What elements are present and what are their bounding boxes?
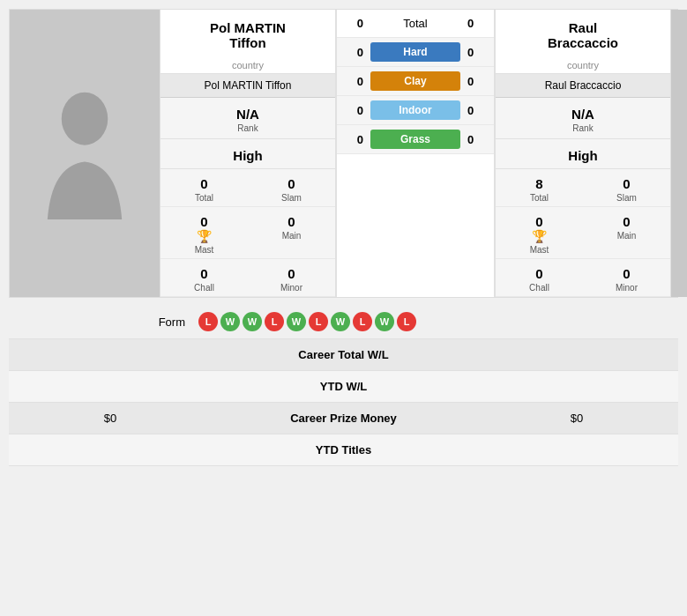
ytd-titles-label: YTD Titles	[22, 443, 665, 456]
clay-score-right: 0	[460, 75, 487, 88]
player1-minor: 0 Minor	[248, 259, 335, 296]
player1-chall-minor-row: 0 Chall 0 Minor	[161, 259, 335, 297]
ytd-label: YTD W/L	[22, 380, 665, 393]
prize-left: $0	[22, 412, 198, 425]
player1-slam-label: Slam	[251, 193, 332, 203]
player1-main-label: Main	[251, 231, 332, 241]
player2-name-below: Raul Braccaccio	[496, 74, 670, 98]
player1-rank-label: Rank	[164, 123, 332, 133]
svg-point-0	[62, 93, 108, 145]
player2-photo	[671, 10, 687, 297]
indoor-row: 0 Indoor 0	[337, 96, 494, 125]
player2-trophy-icon: 🏆	[532, 229, 547, 243]
player2-stats-panel: Raul Braccaccio country Raul Braccaccio …	[495, 10, 671, 297]
player2-chall-minor-row: 0 Chall 0 Minor	[496, 259, 670, 297]
player2-main: 0 Main	[583, 207, 670, 258]
player2-slam-value: 0	[586, 176, 667, 191]
player1-chall: 0 Chall	[161, 259, 248, 296]
player1-name-line2: Tiffon	[229, 35, 265, 50]
form-badge-loss: L	[353, 312, 372, 331]
form-badge-win: W	[243, 312, 262, 331]
player1-minor-value: 0	[251, 266, 332, 281]
form-label: Form	[22, 315, 198, 329]
player1-chall-label: Chall	[164, 283, 244, 293]
player1-high: High	[161, 139, 335, 169]
player2-slam: 0 Slam	[583, 169, 670, 206]
form-badges: LWWLWLWLWL	[198, 312, 416, 331]
grass-score-right: 0	[460, 133, 487, 146]
total-label: Total	[370, 17, 460, 30]
player1-mast-value: 0	[164, 214, 244, 229]
form-badge-win: W	[375, 312, 394, 331]
player2-name-header: Raul Braccaccio	[496, 10, 670, 57]
player2-main-label: Main	[586, 231, 667, 241]
total-score-right: 0	[460, 17, 487, 30]
hard-score-left: 0	[344, 46, 370, 59]
player1-main: 0 Main	[248, 207, 335, 258]
hard-row: 0 Hard 0	[337, 38, 494, 67]
form-badge-loss: L	[265, 312, 284, 331]
player2-minor: 0 Minor	[583, 259, 670, 296]
hard-score-right: 0	[460, 46, 487, 59]
player2-rank: N/A Rank	[496, 98, 670, 139]
player1-slam-value: 0	[251, 176, 332, 191]
player1-mast-main-row: 0 🏆 Mast 0 Main	[161, 207, 335, 259]
player2-minor-label: Minor	[586, 283, 667, 293]
player2-mast-value: 0	[499, 214, 579, 229]
player2-chall-value: 0	[499, 266, 579, 281]
player2-total-slam-row: 8 Total 0 Slam	[496, 169, 670, 207]
player1-name-below: Pol MARTIN Tiffon	[161, 74, 335, 98]
player1-rank: N/A Rank	[161, 98, 335, 139]
ytd-row: YTD W/L	[9, 371, 678, 403]
player1-trophy-icon: 🏆	[197, 229, 212, 243]
grass-row: 0 Grass 0	[337, 125, 494, 154]
player2-mast-label: Mast	[499, 245, 579, 255]
bottom-section: Form LWWLWLWLWL Career Total W/L YTD W/L…	[9, 305, 678, 466]
player2-mast: 0 🏆 Mast	[496, 207, 583, 258]
player2-mast-main-row: 0 🏆 Mast 0 Main	[496, 207, 670, 259]
player1-slam: 0 Slam	[248, 169, 335, 206]
player2-rank-label: Rank	[499, 123, 667, 133]
indoor-score-left: 0	[344, 104, 370, 117]
player1-country: country	[161, 57, 335, 74]
player1-photo	[10, 10, 160, 297]
player2-name-line1: Raul	[569, 20, 598, 35]
players-section: Pol MARTIN Tiffon country Pol MARTIN Tif…	[9, 9, 678, 298]
form-badge-win: W	[331, 312, 350, 331]
form-badge-win: W	[287, 312, 306, 331]
player1-mast-label: Mast	[164, 245, 244, 255]
player1-main-value: 0	[251, 214, 332, 229]
grass-badge: Grass	[370, 130, 460, 149]
player2-minor-value: 0	[586, 266, 667, 281]
prize-row: $0 Career Prize Money $0	[9, 403, 678, 434]
player1-rank-value: N/A	[164, 107, 332, 122]
form-badge-loss: L	[198, 312, 218, 331]
ytd-titles-row: YTD Titles	[9, 434, 678, 466]
player2-total: 8 Total	[496, 169, 583, 206]
prize-label: Career Prize Money	[198, 412, 489, 425]
career-row: Career Total W/L	[9, 339, 678, 371]
grass-score-left: 0	[344, 133, 370, 146]
total-score-left: 0	[344, 17, 370, 30]
form-badge-loss: L	[309, 312, 328, 331]
player2-chall-label: Chall	[499, 283, 579, 293]
indoor-badge: Indoor	[370, 100, 460, 120]
player1-minor-label: Minor	[251, 283, 332, 293]
player2-total-value: 8	[499, 176, 579, 191]
middle-section: 0 Total 0 0 Hard 0 0 Clay 0 0 Indoor 0 0	[336, 10, 495, 297]
player1-name-line1: Pol MARTIN	[210, 20, 286, 35]
form-section: Form LWWLWLWLWL	[9, 305, 678, 339]
player2-total-label: Total	[499, 193, 579, 203]
player1-silhouette	[36, 87, 133, 219]
player1-total-slam-row: 0 Total 0 Slam	[161, 169, 335, 207]
player1-stats-panel: Pol MARTIN Tiffon country Pol MARTIN Tif…	[160, 10, 336, 297]
player1-mast: 0 🏆 Mast	[161, 207, 248, 258]
player2-country: country	[496, 57, 670, 74]
career-label: Career Total W/L	[198, 348, 489, 361]
prize-right: $0	[489, 412, 665, 425]
player1-total-label: Total	[164, 193, 244, 203]
player2-chall: 0 Chall	[496, 259, 583, 296]
indoor-score-right: 0	[460, 104, 487, 117]
player1-total: 0 Total	[161, 169, 248, 206]
player1-high-value: High	[164, 148, 332, 163]
